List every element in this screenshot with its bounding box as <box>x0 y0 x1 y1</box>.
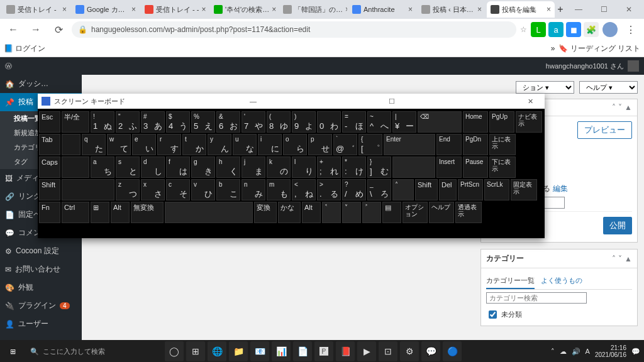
chevron-icon[interactable]: » <box>551 44 555 53</box>
key[interactable]: Tab <box>39 134 60 155</box>
key[interactable]: %5え <box>191 111 215 133</box>
key[interactable]: PgUp <box>489 111 514 133</box>
sidebar-item-users[interactable]: 👤 ユーザー <box>0 315 82 333</box>
taskbar-icon[interactable]: 📄 <box>293 341 312 361</box>
publish-button[interactable]: 公開 <box>603 217 632 234</box>
taskbar-icon[interactable]: ▶ <box>357 341 376 361</box>
tab[interactable]: '추석'の検索…× <box>210 1 278 18</box>
taskbar-icon[interactable]: 📁 <box>229 341 248 361</box>
notifications-icon[interactable]: 💬 <box>631 348 640 356</box>
osk-titlebar[interactable]: スクリーン キーボード — ☐ ✕ <box>38 94 545 109</box>
key[interactable]: kの <box>267 156 291 178</box>
panel-toggle-icon[interactable]: ▲ <box>625 103 632 112</box>
back-button[interactable]: ← <box>4 20 23 39</box>
key[interactable]: Pause <box>463 156 488 178</box>
key[interactable]: ~^へ <box>367 111 391 133</box>
chevron-down-icon[interactable]: ˅ <box>618 255 622 263</box>
key[interactable]: Del <box>439 179 457 200</box>
key[interactable]: Insert <box>436 156 462 178</box>
key[interactable]: 上に表示 <box>489 134 516 155</box>
key[interactable]: nみ <box>242 179 265 200</box>
key[interactable]: PrtScn <box>458 179 483 200</box>
chevron-down-icon[interactable]: ˅ <box>618 103 622 112</box>
key[interactable]: Fn <box>39 202 60 223</box>
taskbar-icon[interactable]: ⊡ <box>379 341 397 361</box>
key[interactable] <box>392 156 435 178</box>
key[interactable]: uな <box>233 134 257 155</box>
taskbar-search[interactable]: 🔍 ここに入力して検索 <box>25 343 161 360</box>
key[interactable]: }]む <box>367 156 391 178</box>
tab[interactable]: 受信トレイ -× <box>3 1 70 18</box>
new-tab-button[interactable]: + <box>556 2 565 17</box>
window-min[interactable]: — <box>242 94 264 109</box>
taskbar-icon[interactable]: ⚙ <box>400 341 419 361</box>
key[interactable]: #3あ <box>141 111 165 133</box>
key[interactable]: Home <box>463 111 488 133</box>
tray-icon[interactable]: 🔊 <box>572 348 580 356</box>
key[interactable]: ˅ <box>342 202 361 223</box>
extensions-button[interactable]: 🧩 <box>584 22 599 37</box>
key[interactable]: =-ほ <box>342 111 366 133</box>
key[interactable]: qた <box>82 134 106 155</box>
tab[interactable]: 受信トレイ - -× <box>141 1 209 18</box>
tab-active[interactable]: 投稿を編集× <box>487 1 555 18</box>
key[interactable]: かな <box>278 202 301 223</box>
key[interactable]: ˃ <box>362 202 381 223</box>
key[interactable]: Shift <box>39 179 60 200</box>
key[interactable]: Esc <box>39 111 60 133</box>
window-close[interactable]: ✕ <box>616 0 641 19</box>
key[interactable]: iに <box>258 134 282 155</box>
key[interactable] <box>165 202 253 223</box>
key[interactable]: vひ <box>191 179 215 200</box>
ext-icon[interactable]: a <box>548 22 564 37</box>
key[interactable]: $4う <box>166 111 190 133</box>
tray-ime[interactable]: A <box>586 348 590 355</box>
key[interactable]: 0わ <box>317 111 341 133</box>
key[interactable]: wて <box>107 134 131 155</box>
tray-icon[interactable]: ☁ <box>560 348 567 356</box>
star-icon[interactable]: ☆ <box>520 25 527 34</box>
taskbar-icon[interactable]: 📊 <box>272 341 291 361</box>
key[interactable]: dし <box>141 156 165 178</box>
category-checkbox[interactable]: 未分類 <box>486 309 632 321</box>
ext-icon[interactable]: L <box>531 22 546 37</box>
key[interactable]: ⊞ <box>91 202 109 223</box>
key[interactable]: ヘルプ <box>429 202 454 223</box>
sidebar-item-inquiry[interactable]: ✉ お問い合わせ <box>0 260 82 278</box>
key[interactable]: 半/全 <box>62 111 89 133</box>
key[interactable]: )9よ <box>292 111 316 133</box>
taskbar-icon[interactable]: 🔵 <box>443 341 462 361</box>
key[interactable]: ナビ表示 <box>516 111 542 133</box>
key[interactable]: oら <box>283 134 307 155</box>
help-select[interactable]: ヘルプ ▾ <box>579 81 638 94</box>
taskbar-icon[interactable]: 🌐 <box>208 341 226 361</box>
sidebar-item-cocoon[interactable]: ⚙ Cocoon 設定 <box>0 242 82 260</box>
key[interactable]: !1ぬ <box>91 111 114 133</box>
key[interactable]: Caps <box>39 156 60 178</box>
key[interactable]: ScrLk <box>484 179 509 200</box>
tab[interactable]: Google カ…× <box>72 1 140 18</box>
tray-icon[interactable]: ˄ <box>551 348 555 356</box>
url-bar[interactable]: 🔒 hangugeolesson.com/wp-admin/post.php?p… <box>72 21 516 38</box>
wp-logo-icon[interactable]: ⓦ <box>5 62 12 71</box>
tab[interactable]: 「韓国語」の…× <box>279 1 347 18</box>
forward-button[interactable]: → <box>26 20 45 39</box>
clock[interactable]: 21:162021/06/16 <box>595 344 626 358</box>
key[interactable]: Ctrl <box>62 202 89 223</box>
close-icon[interactable]: × <box>547 5 551 14</box>
key[interactable]: zつ <box>116 179 140 200</box>
sidebar-item-appearance[interactable]: 🎨 外観 <box>0 278 82 297</box>
key[interactable]: rす <box>157 134 181 155</box>
key[interactable]: オプション <box>402 202 428 223</box>
close-icon[interactable]: × <box>272 5 276 14</box>
close-icon[interactable]: × <box>131 5 136 14</box>
profile-avatar[interactable] <box>602 22 618 37</box>
key[interactable]: 透過表示 <box>455 202 482 223</box>
close-icon[interactable]: × <box>477 5 482 14</box>
key[interactable]: gき <box>191 156 215 178</box>
key[interactable]: PgDn <box>463 134 488 155</box>
preview-button[interactable]: プレビュー <box>577 121 632 139</box>
panel-toggle-icon[interactable]: ▲ <box>625 255 632 263</box>
taskbar-icon[interactable]: 📕 <box>336 341 355 361</box>
key[interactable]: End <box>436 134 462 155</box>
